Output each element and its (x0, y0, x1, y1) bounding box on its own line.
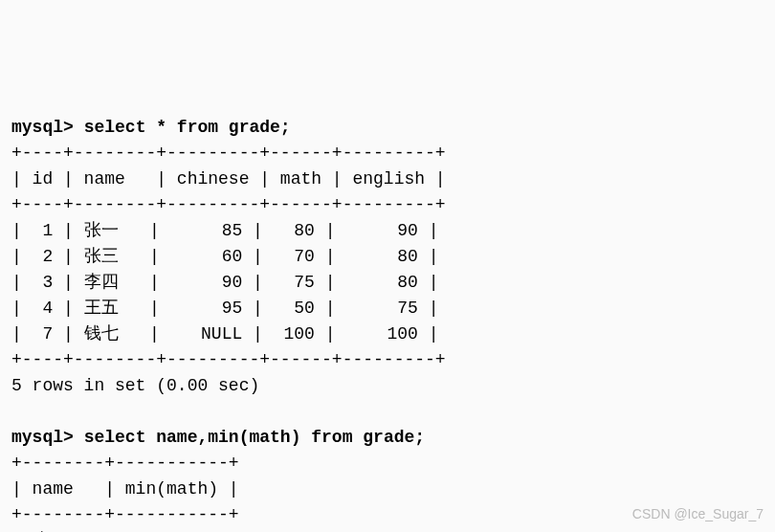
table1-row: | 2 | 张三 | 60 | 70 | 80 | (11, 247, 438, 266)
watermark: CSDN @Ice_Sugar_7 (632, 504, 764, 524)
table1-header: | id | name | chinese | math | english | (11, 169, 446, 188)
sql-query-2: select name,min(math) from grade; (84, 428, 425, 447)
query1-status: 5 rows in set (0.00 sec) (11, 376, 259, 395)
table2-border-mid: +--------+-----------+ (11, 505, 239, 524)
table1-row: | 4 | 王五 | 95 | 50 | 75 | (11, 299, 438, 318)
mysql-prompt: mysql> (11, 428, 74, 447)
table1-row: | 3 | 李四 | 90 | 75 | 80 | (11, 273, 438, 292)
table2-border-top: +--------+-----------+ (11, 454, 239, 473)
mysql-prompt: mysql> (11, 118, 74, 137)
table1-row: | 7 | 钱七 | NULL | 100 | 100 | (11, 324, 438, 344)
sql-query-1: select * from grade; (84, 118, 291, 137)
table1-border-bot: +----+--------+---------+------+--------… (11, 350, 446, 369)
terminal-output: mysql> select * from grade; +----+------… (11, 115, 764, 532)
table1-border-mid: +----+--------+---------+------+--------… (11, 195, 446, 214)
table2-header: | name | min(math) | (11, 479, 239, 499)
table1-border-top: +----+--------+---------+------+--------… (11, 144, 446, 163)
table1-row: | 1 | 张一 | 85 | 80 | 90 | (11, 221, 438, 240)
